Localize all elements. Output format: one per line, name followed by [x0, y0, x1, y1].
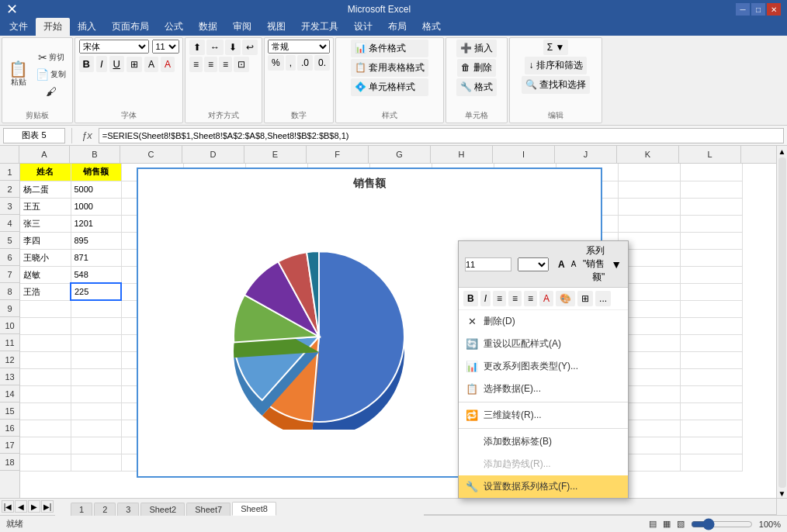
ribbon-tab-布局[interactable]: 布局: [380, 18, 414, 36]
cell-L2[interactable]: [680, 181, 742, 198]
cell-A12[interactable]: [20, 351, 71, 368]
row-number-4[interactable]: 4: [0, 215, 19, 232]
cell-A11[interactable]: [20, 334, 71, 351]
ribbon-tab-设计[interactable]: 设计: [346, 18, 380, 36]
cell-A17[interactable]: [20, 437, 71, 454]
cell-L10[interactable]: [680, 317, 742, 334]
cell-A15[interactable]: [20, 402, 71, 420]
copy-button[interactable]: 📄复制: [33, 67, 69, 82]
col-header-A[interactable]: A: [19, 146, 70, 163]
page-layout-button[interactable]: ▦: [663, 519, 671, 529]
normal-view-button[interactable]: ▤: [649, 519, 657, 529]
row-number-8[interactable]: 8: [0, 283, 19, 300]
cell-A1[interactable]: 姓名: [20, 164, 71, 181]
col-header-G[interactable]: G: [369, 146, 431, 163]
sheet-last-button[interactable]: ▶|: [41, 500, 54, 513]
cell-L4[interactable]: [680, 215, 742, 232]
row-number-18[interactable]: 18: [0, 454, 19, 471]
cell-A8[interactable]: 王浩: [20, 283, 71, 300]
align-top-button[interactable]: ⬆: [189, 40, 205, 55]
cell-B13[interactable]: [71, 368, 121, 385]
cell-A14[interactable]: [20, 385, 71, 402]
close-button[interactable]: ✕: [767, 3, 781, 16]
ctx-font-color-button[interactable]: A: [539, 291, 553, 306]
sheet-tab-2[interactable]: 2: [94, 503, 116, 516]
cell-K4[interactable]: [618, 215, 680, 232]
increase-decimal-button[interactable]: .0: [297, 55, 313, 71]
cell-L12[interactable]: [680, 351, 742, 368]
cell-B7[interactable]: 548: [71, 266, 121, 283]
font-select-context[interactable]: [518, 257, 549, 271]
cell-L16[interactable]: [680, 420, 742, 437]
paste-button[interactable]: 📋 粘贴: [5, 60, 31, 89]
context-menu-dropdown[interactable]: ▼: [611, 258, 622, 271]
ctx-more-button[interactable]: ...: [595, 291, 611, 306]
cell-A5[interactable]: 李四: [20, 232, 71, 249]
align-left-button[interactable]: ≡: [189, 57, 203, 72]
scroll-thumb[interactable]: [778, 157, 786, 488]
row-number-9[interactable]: 9: [0, 300, 19, 317]
col-header-D[interactable]: D: [182, 146, 244, 163]
cell-B18[interactable]: [71, 454, 121, 471]
format-cell-button[interactable]: 🔧 格式: [456, 78, 497, 96]
col-header-C[interactable]: C: [120, 146, 182, 163]
sheet-tab-1[interactable]: 1: [71, 503, 92, 516]
cut-button[interactable]: ✂剪切: [33, 50, 69, 65]
col-header-B[interactable]: B: [70, 146, 120, 163]
context-item-rotate[interactable]: 🔁三维旋转(R)...: [459, 404, 628, 427]
row-number-7[interactable]: 7: [0, 266, 19, 283]
context-item-format[interactable]: 🔧设置数据系列格式(F)...: [459, 475, 628, 498]
font-color-button[interactable]: A: [161, 57, 175, 72]
cell-A10[interactable]: [20, 317, 71, 334]
autosum-button[interactable]: Σ ▼: [543, 40, 569, 55]
ctx-fill-button[interactable]: 🎨: [556, 291, 575, 306]
underline-button[interactable]: U: [109, 56, 124, 72]
align-right-button[interactable]: ≡: [219, 57, 232, 72]
cell-B17[interactable]: [71, 437, 121, 454]
name-box[interactable]: [3, 128, 65, 143]
cell-L14[interactable]: [680, 385, 742, 402]
font-size-select[interactable]: 11: [152, 40, 179, 54]
col-header-J[interactable]: J: [555, 146, 617, 163]
cell-L6[interactable]: [680, 249, 742, 266]
ribbon-tab-格式[interactable]: 格式: [414, 18, 449, 36]
row-number-12[interactable]: 12: [0, 351, 19, 368]
ribbon-tab-审阅[interactable]: 审阅: [225, 18, 259, 36]
row-number-10[interactable]: 10: [0, 317, 19, 334]
cell-B4[interactable]: 1201: [71, 215, 121, 232]
conditional-format-button[interactable]: 📊 条件格式: [351, 40, 428, 57]
cell-B5[interactable]: 895: [71, 232, 121, 249]
cell-A2[interactable]: 杨二蛋: [20, 181, 71, 198]
sheet-prev-button[interactable]: ◀: [15, 500, 27, 513]
cell-B10[interactable]: [71, 317, 121, 334]
ribbon-tab-数据[interactable]: 数据: [191, 18, 225, 36]
row-number-14[interactable]: 14: [0, 385, 19, 402]
cell-K3[interactable]: [618, 198, 680, 215]
fill-color-button[interactable]: A: [144, 57, 158, 72]
cell-L18[interactable]: [680, 454, 742, 471]
context-item-delete[interactable]: ✕删除(D): [459, 310, 628, 333]
sheet-tab-Sheet2[interactable]: Sheet2: [140, 503, 185, 516]
sort-filter-button[interactable]: ↓ 排序和筛选: [525, 57, 586, 74]
context-item-add-labels[interactable]: 添加数据标签(B): [459, 430, 628, 453]
minimize-button[interactable]: ─: [736, 3, 750, 16]
bold-button[interactable]: B: [79, 56, 94, 72]
font-family-select[interactable]: 宋体: [79, 40, 149, 54]
page-break-button[interactable]: ▧: [677, 519, 685, 529]
cell-L17[interactable]: [680, 437, 742, 454]
sheet-next-button[interactable]: ▶: [28, 500, 40, 513]
pie-chart[interactable]: [146, 195, 508, 463]
cell-B11[interactable]: [71, 334, 121, 351]
insert-cell-button[interactable]: ➕ 插入: [456, 40, 497, 57]
percent-button[interactable]: %: [268, 55, 284, 71]
wrap-text-button[interactable]: ↩: [242, 40, 258, 55]
ctx-italic-button[interactable]: I: [480, 291, 491, 306]
ctx-border-button[interactable]: ⊞: [577, 291, 593, 306]
col-header-H[interactable]: H: [431, 146, 493, 163]
scroll-down-button[interactable]: ▼: [778, 489, 786, 498]
cell-A6[interactable]: 王晓小: [20, 249, 71, 266]
cell-L1[interactable]: [680, 164, 742, 181]
cell-B8[interactable]: 225: [71, 283, 121, 300]
ribbon-tab-开始[interactable]: 开始: [36, 18, 70, 36]
col-header-E[interactable]: E: [244, 146, 307, 163]
